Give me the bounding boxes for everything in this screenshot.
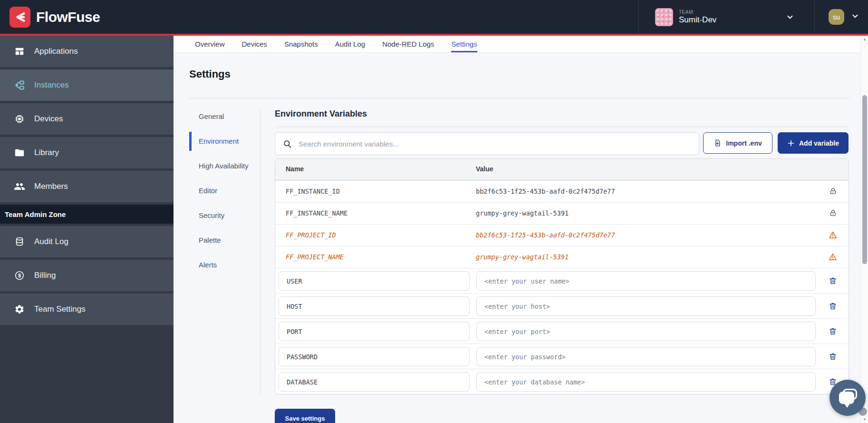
chat-widget-button[interactable] <box>829 380 866 416</box>
table-row: FF_INSTANCE_NAME grumpy-grey-wagtail-539… <box>275 202 849 224</box>
sidebar-item-applications[interactable]: Applications <box>0 36 174 67</box>
sidebar-item-label: Audit Log <box>34 237 68 246</box>
user-avatar: su <box>829 9 844 25</box>
sidebar-item-audit-log[interactable]: Audit Log <box>0 226 174 257</box>
sidebar-item-devices[interactable]: Devices <box>0 103 174 135</box>
import-env-button[interactable]: Import .env <box>703 132 772 154</box>
env-variables-table: Name Value FF_INSTANCE_ID bb2f6c53-1f25-… <box>275 158 849 394</box>
column-header-value: Value <box>476 165 493 173</box>
team-name: Sumit-Dev <box>679 15 716 25</box>
sidebar-item-label: Team Settings <box>34 305 86 314</box>
tab-devices[interactable]: Devices <box>242 36 267 52</box>
column-header-name: Name <box>286 165 304 173</box>
sidebar-item-label: Applications <box>34 47 78 56</box>
chip-icon <box>13 114 26 124</box>
instances-icon <box>13 79 26 91</box>
sidebar-item-members[interactable]: Members <box>0 171 174 202</box>
instance-tabbar: Overview Devices Snapshots Audit Log Nod… <box>174 36 860 53</box>
team-selector[interactable]: TEAM: Sumit-Dev <box>638 0 814 34</box>
warning-icon <box>829 253 837 263</box>
sidebar-item-label: Members <box>34 182 68 191</box>
divider <box>260 110 260 395</box>
var-name-input[interactable] <box>279 271 470 291</box>
gear-icon <box>13 304 26 315</box>
sidebar-item-label: Devices <box>34 114 63 124</box>
var-value-input[interactable] <box>476 271 816 291</box>
import-file-icon <box>714 139 722 147</box>
flowfuse-logo-icon <box>10 7 30 28</box>
divider <box>275 127 849 127</box>
trash-icon[interactable] <box>829 302 837 312</box>
trash-icon[interactable] <box>829 327 837 337</box>
chevron-down-icon <box>851 12 859 22</box>
subnav-palette[interactable]: Palette <box>199 236 255 245</box>
subnav-general[interactable]: General <box>199 112 255 121</box>
team-avatar <box>655 8 673 26</box>
sidebar-item-label: Billing <box>34 271 56 280</box>
svg-text:$: $ <box>18 273 21 278</box>
tab-settings[interactable]: Settings <box>451 36 477 52</box>
table-row-editable <box>275 293 849 318</box>
table-row-deprecated: FF_PROJECT_ID bb2f6c53-1f25-453b-aafd-0c… <box>275 224 849 246</box>
section-title: Environment Variables <box>275 109 367 119</box>
table-row-editable <box>275 268 849 293</box>
tab-node-red-logs[interactable]: Node-RED Logs <box>382 36 434 52</box>
var-name-input[interactable] <box>279 372 470 392</box>
var-value-input[interactable] <box>476 372 816 392</box>
add-variable-button[interactable]: Add variable <box>778 132 849 154</box>
lock-icon <box>829 187 837 197</box>
var-name-input[interactable] <box>279 322 470 341</box>
team-admin-zone-header: Team Admin Zone <box>0 205 174 224</box>
page-title: Settings <box>189 68 231 80</box>
var-name-input[interactable] <box>279 296 470 316</box>
tab-snapshots[interactable]: Snapshots <box>284 36 318 52</box>
sidebar-item-label: Instances <box>34 80 69 90</box>
table-row-editable <box>275 344 849 369</box>
settings-subnav: General Environment High Availability Ed… <box>199 112 255 285</box>
database-icon <box>13 236 26 247</box>
subnav-alerts[interactable]: Alerts <box>199 260 255 270</box>
header-accent-line <box>0 34 868 36</box>
divider <box>189 98 850 98</box>
main-content: Settings General Environment High Availa… <box>174 53 860 423</box>
trash-icon[interactable] <box>829 276 837 287</box>
app-header: FlowFuse TEAM: Sumit-Dev su <box>0 0 868 34</box>
table-row-editable <box>275 318 849 344</box>
table-row: FF_INSTANCE_ID bb2f6c53-1f25-453b-aafd-0… <box>275 180 849 202</box>
subnav-high-availability[interactable]: High Availability <box>199 161 255 171</box>
var-value-input[interactable] <box>476 296 816 316</box>
scroll-down-arrow[interactable]: ▼ <box>863 417 867 422</box>
var-value-input[interactable] <box>476 347 816 366</box>
table-row-editable <box>275 369 849 394</box>
brand[interactable]: FlowFuse <box>0 7 100 28</box>
brand-name: FlowFuse <box>36 9 100 25</box>
chevron-down-icon <box>786 13 794 23</box>
subnav-security[interactable]: Security <box>199 211 255 220</box>
scroll-up-arrow[interactable]: ▲ <box>863 37 867 41</box>
user-menu[interactable]: su <box>814 0 868 34</box>
warning-icon <box>829 231 837 241</box>
plus-icon <box>787 139 795 147</box>
var-name-input[interactable] <box>279 347 470 366</box>
tab-audit-log[interactable]: Audit Log <box>335 36 365 52</box>
sidebar-item-billing[interactable]: $ Billing <box>0 260 174 291</box>
tab-overview[interactable]: Overview <box>195 36 225 52</box>
team-label: TEAM: <box>679 10 716 15</box>
folder-icon <box>13 148 26 158</box>
sidebar-item-instances[interactable]: Instances <box>0 69 174 101</box>
search-input[interactable] <box>292 140 699 148</box>
scrollbar-thumb[interactable] <box>862 95 867 264</box>
sidebar-item-team-settings[interactable]: Team Settings <box>0 294 174 325</box>
dollar-icon: $ <box>13 270 26 281</box>
sidebar-item-library[interactable]: Library <box>0 137 174 168</box>
search-icon <box>283 139 292 148</box>
subnav-environment[interactable]: Environment <box>199 137 255 146</box>
trash-icon[interactable] <box>829 352 837 363</box>
sidebar-item-label: Library <box>34 148 59 157</box>
people-icon <box>13 181 26 192</box>
save-settings-button[interactable]: Save settings <box>275 409 335 423</box>
subnav-editor[interactable]: Editor <box>199 186 255 196</box>
table-header: Name Value <box>275 159 849 180</box>
table-row-deprecated: FF_PROJECT_NAME grumpy-grey-wagtail-5391 <box>275 246 849 268</box>
var-value-input[interactable] <box>476 322 816 341</box>
